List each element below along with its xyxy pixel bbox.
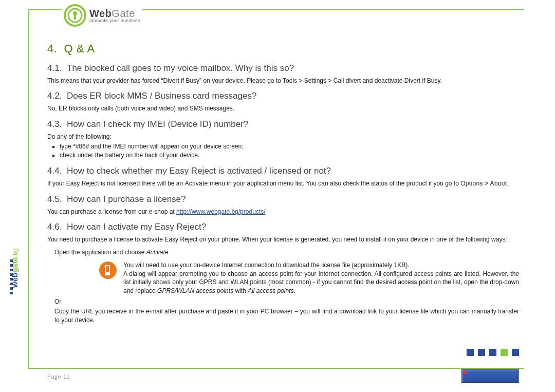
svg-rect-8 (106, 270, 109, 272)
activate-block: You will need to use your on-device Inte… (99, 261, 519, 295)
body-4-6: You need to purchase a license to activa… (47, 235, 519, 244)
brand-main: Web (89, 8, 112, 19)
or-separator: Or (54, 297, 519, 306)
content-area: 4. Q & A 4.1.The blocked call goes to my… (47, 41, 519, 356)
list-4-3: type *#06# and the IMEI number will appe… (60, 142, 519, 160)
left-rule (28, 9, 29, 369)
sub-heading-4-3: 4.3.How can I check my IMEI (Device ID) … (47, 118, 519, 130)
brand-slogan: innovate your business (89, 18, 140, 23)
section-heading: 4. Q & A (47, 41, 519, 57)
body-4-5: You can purchase a license from our e-sh… (47, 208, 519, 216)
body-4-2: No, ER blocks only calls (both voice and… (47, 104, 519, 113)
svg-rect-6 (106, 266, 109, 268)
intro-4-3: Do any of the following: (47, 133, 519, 141)
svg-rect-7 (106, 268, 109, 270)
document-page: WebGate innovate your business 4. Q & A … (0, 0, 555, 392)
activate-icon (99, 261, 117, 279)
keyhole-icon (64, 4, 86, 27)
footer-thumbnail (461, 369, 519, 383)
activate-text: You will need to use your on-device Inte… (123, 261, 519, 295)
page-number: Page 11 (47, 374, 70, 380)
body-4-4: If your Easy Reject is not licensed ther… (47, 179, 519, 188)
brand-logo: WebGate innovate your business (62, 4, 142, 27)
sub-heading-4-5: 4.5.How can I purchase a license? (47, 193, 519, 206)
sub-heading-4-4: 4.4.How to check whether my Easy Reject … (47, 165, 519, 177)
side-brand-tab: webgate.bg (10, 248, 19, 288)
section-number: 4. (47, 42, 57, 55)
copy-url-line: Copy the URL you receive in the e-mail a… (54, 307, 519, 325)
bottom-rule (28, 368, 524, 369)
eshop-link[interactable]: http://www.webgate.bg/products/ (176, 208, 265, 215)
list-item: type *#06# and the IMEI number will appe… (60, 142, 519, 151)
sub-heading-4-6: 4.6.How can I activate my Easy Reject? (47, 221, 519, 233)
body-4-1: This means that your provider has forced… (47, 77, 519, 85)
svg-rect-3 (74, 14, 76, 20)
sub-heading-4-2: 4.2.Does ER block MMS / Business card me… (47, 90, 519, 102)
section-title: Q & A (64, 42, 95, 55)
corner-squares (467, 349, 519, 356)
sub-heading-4-1: 4.1.The blocked call goes to my voice ma… (47, 62, 519, 74)
list-item: check under the battery on the back of y… (60, 151, 519, 160)
open-app-line: Open the application and choose Activate (54, 248, 519, 257)
brand-sub: Gate (112, 8, 135, 19)
